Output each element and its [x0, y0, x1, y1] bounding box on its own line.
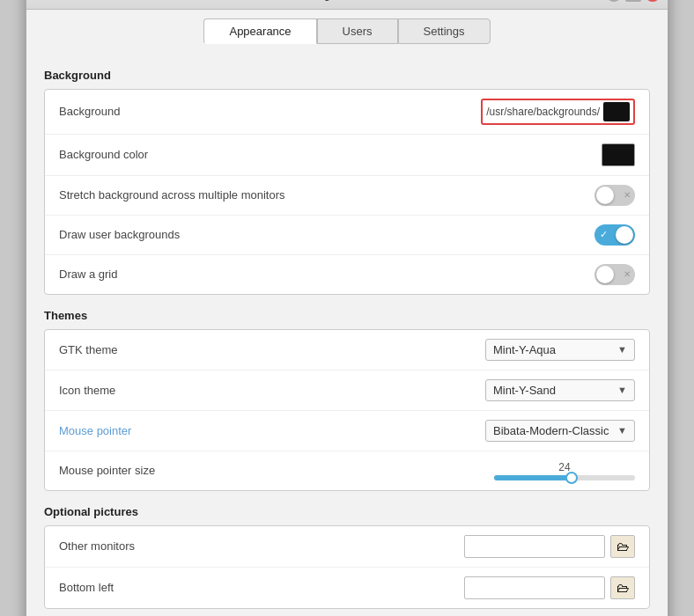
stretch-bg-control: ✕ — [594, 185, 635, 206]
mouse-pointer-arrow-icon: ▼ — [617, 425, 627, 436]
other-monitors-folder-button[interactable]: 🗁 — [610, 535, 635, 558]
stretch-bg-knob — [596, 187, 614, 204]
minimize-button[interactable]: – — [606, 0, 622, 2]
stretch-bg-toggle[interactable]: ✕ — [594, 185, 635, 206]
other-monitors-control: 🗁 — [464, 535, 635, 558]
icon-theme-dropdown[interactable]: Mint-Y-Sand ▼ — [485, 379, 635, 401]
main-window: Login Window – □ ✕ Appearance Users Sett… — [26, 0, 668, 616]
window-title: Login Window — [311, 0, 383, 1]
mouse-pointer-size-control: 24 — [494, 461, 635, 480]
gtk-theme-dropdown[interactable]: Mint-Y-Aqua ▼ — [485, 339, 635, 361]
icon-theme-label: Icon theme — [59, 384, 485, 397]
gtk-theme-label: GTK theme — [59, 343, 485, 356]
draw-grid-label: Draw a grid — [59, 268, 594, 281]
mouse-pointer-size-slider-wrapper: 24 — [494, 461, 635, 480]
icon-theme-control: Mint-Y-Sand ▼ — [485, 379, 635, 401]
bottom-left-control: 🗁 — [464, 576, 635, 599]
draw-user-bg-row: Draw user backgrounds ✓ — [45, 216, 649, 255]
mouse-pointer-value: Bibata-Modern-Classic — [493, 424, 612, 437]
tab-appearance[interactable]: Appearance — [203, 18, 316, 44]
gtk-theme-control: Mint-Y-Aqua ▼ — [485, 339, 635, 361]
background-color-control — [602, 143, 635, 166]
icon-theme-value: Mint-Y-Sand — [493, 384, 612, 397]
draw-grid-toggle[interactable]: ✕ — [594, 264, 635, 285]
bottom-left-input[interactable] — [464, 576, 605, 599]
gtk-theme-row: GTK theme Mint-Y-Aqua ▼ — [45, 330, 649, 370]
draw-user-bg-control: ✓ — [594, 224, 635, 246]
maximize-button[interactable]: □ — [625, 0, 641, 2]
mouse-pointer-row: Mouse pointer Bibata-Modern-Classic ▼ — [45, 411, 649, 451]
background-color-label: Background color — [59, 148, 602, 161]
other-monitors-input[interactable] — [464, 535, 605, 558]
optional-pictures-section-box: Other monitors 🗁 Bottom left 🗁 — [44, 525, 650, 609]
stretch-bg-row: Stretch background across multiple monit… — [45, 176, 649, 216]
slider-thumb[interactable] — [565, 472, 578, 484]
icon-theme-arrow-icon: ▼ — [617, 385, 627, 395]
content-area: Background Background /usr/share/backgro… — [26, 44, 668, 617]
background-color-row: Background color — [45, 135, 649, 176]
themes-section-box: GTK theme Mint-Y-Aqua ▼ Icon theme Mint-… — [44, 329, 650, 491]
draw-grid-control: ✕ — [594, 264, 635, 285]
mouse-pointer-size-track[interactable] — [494, 475, 635, 480]
background-row: Background /usr/share/backgrounds/ — [45, 90, 649, 135]
bottom-left-label: Bottom left — [59, 581, 464, 594]
background-section-box: Background /usr/share/backgrounds/ Backg… — [44, 89, 650, 295]
mouse-pointer-size-label: Mouse pointer size — [59, 464, 494, 477]
slider-fill — [494, 475, 572, 480]
draw-grid-knob — [596, 266, 614, 283]
draw-user-bg-knob — [616, 226, 633, 244]
bottom-left-row: Bottom left 🗁 — [45, 568, 649, 608]
other-monitors-label: Other monitors — [59, 539, 464, 553]
stretch-bg-label: Stretch background across multiple monit… — [59, 188, 594, 202]
tab-bar: Appearance Users Settings — [26, 10, 668, 44]
background-label: Background — [59, 105, 481, 118]
gtk-theme-value: Mint-Y-Aqua — [493, 343, 612, 356]
tab-settings[interactable]: Settings — [398, 18, 491, 44]
titlebar: Login Window – □ ✕ — [26, 0, 668, 10]
mouse-pointer-dropdown[interactable]: Bibata-Modern-Classic ▼ — [485, 420, 635, 442]
other-monitors-row: Other monitors 🗁 — [45, 526, 649, 568]
background-thumbnail — [603, 102, 630, 121]
gtk-theme-arrow-icon: ▼ — [617, 344, 627, 355]
close-button[interactable]: ✕ — [645, 0, 661, 2]
background-color-swatch[interactable] — [602, 143, 635, 166]
icon-theme-row: Icon theme Mint-Y-Sand ▼ — [45, 370, 649, 411]
background-path: /usr/share/backgrounds/ — [486, 106, 600, 118]
tab-users[interactable]: Users — [317, 18, 398, 44]
background-field[interactable]: /usr/share/backgrounds/ — [481, 99, 635, 125]
background-section-title: Background — [44, 69, 650, 82]
mouse-pointer-size-value: 24 — [494, 461, 635, 473]
optional-pictures-section-title: Optional pictures — [44, 505, 650, 518]
themes-section-title: Themes — [44, 309, 650, 322]
mouse-pointer-label: Mouse pointer — [59, 424, 485, 437]
bottom-left-folder-button[interactable]: 🗁 — [610, 576, 635, 599]
window-controls: – □ ✕ — [606, 0, 661, 2]
draw-user-bg-label: Draw user backgrounds — [59, 228, 594, 241]
draw-user-bg-toggle[interactable]: ✓ — [594, 224, 635, 246]
mouse-pointer-size-row: Mouse pointer size 24 — [45, 451, 649, 490]
background-control: /usr/share/backgrounds/ — [481, 99, 635, 125]
draw-grid-row: Draw a grid ✕ — [45, 255, 649, 294]
mouse-pointer-control: Bibata-Modern-Classic ▼ — [485, 420, 635, 442]
